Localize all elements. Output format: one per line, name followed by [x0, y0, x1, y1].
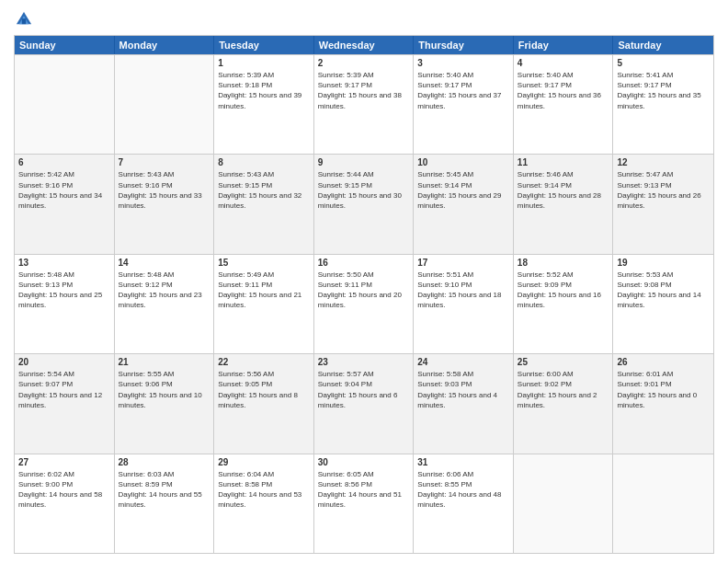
- calendar-cell: [514, 454, 614, 553]
- day-info: Sunrise: 6:01 AMSunset: 9:01 PMDaylight:…: [617, 369, 710, 410]
- calendar-cell: 19Sunrise: 5:53 AMSunset: 9:08 PMDayligh…: [613, 255, 713, 353]
- calendar-cell: 28Sunrise: 6:03 AMSunset: 8:59 PMDayligh…: [115, 454, 215, 553]
- day-number: 12: [617, 157, 710, 167]
- calendar-cell: 27Sunrise: 6:02 AMSunset: 9:00 PMDayligh…: [15, 454, 115, 553]
- day-number: 24: [417, 357, 509, 367]
- day-info: Sunrise: 5:40 AMSunset: 9:17 PMDaylight:…: [417, 70, 509, 111]
- day-number: 13: [18, 258, 110, 268]
- day-number: 27: [18, 457, 110, 467]
- calendar-cell: 5Sunrise: 5:41 AMSunset: 9:17 PMDaylight…: [613, 55, 713, 154]
- calendar-cell: [15, 55, 115, 154]
- day-number: 23: [318, 357, 410, 367]
- calendar-cell: 30Sunrise: 6:05 AMSunset: 8:56 PMDayligh…: [314, 454, 415, 553]
- day-info: Sunrise: 5:54 AMSunset: 9:07 PMDaylight:…: [18, 369, 110, 410]
- calendar-cell: 25Sunrise: 6:00 AMSunset: 9:02 PMDayligh…: [514, 354, 614, 453]
- day-number: 1: [218, 58, 310, 68]
- calendar-week: 27Sunrise: 6:02 AMSunset: 9:00 PMDayligh…: [15, 454, 713, 553]
- calendar-week: 13Sunrise: 5:48 AMSunset: 9:13 PMDayligh…: [15, 254, 713, 353]
- day-number: 15: [218, 258, 310, 268]
- logo: [14, 9, 38, 29]
- day-info: Sunrise: 6:05 AMSunset: 8:56 PMDaylight:…: [318, 469, 410, 511]
- weekday-header: Tuesday: [214, 36, 314, 54]
- day-number: 20: [18, 357, 110, 367]
- day-info: Sunrise: 5:48 AMSunset: 9:13 PMDaylight:…: [18, 270, 110, 311]
- day-number: 9: [318, 157, 410, 167]
- header: [14, 9, 714, 29]
- calendar-cell: 11Sunrise: 5:46 AMSunset: 9:14 PMDayligh…: [514, 155, 614, 253]
- day-number: 21: [119, 357, 210, 367]
- day-number: 8: [218, 157, 310, 167]
- calendar-cell: 15Sunrise: 5:49 AMSunset: 9:11 PMDayligh…: [214, 255, 314, 353]
- day-number: 29: [218, 457, 310, 467]
- calendar: SundayMondayTuesdayWednesdayThursdayFrid…: [14, 35, 714, 554]
- day-info: Sunrise: 5:48 AMSunset: 9:12 PMDaylight:…: [119, 270, 210, 311]
- day-info: Sunrise: 5:46 AMSunset: 9:14 PMDaylight:…: [518, 169, 609, 211]
- calendar-cell: 23Sunrise: 5:57 AMSunset: 9:04 PMDayligh…: [314, 354, 415, 453]
- day-info: Sunrise: 5:42 AMSunset: 9:16 PMDaylight:…: [18, 169, 110, 211]
- calendar-week: 6Sunrise: 5:42 AMSunset: 9:16 PMDaylight…: [15, 154, 713, 253]
- calendar-cell: 31Sunrise: 6:06 AMSunset: 8:55 PMDayligh…: [414, 454, 514, 553]
- calendar-cell: 22Sunrise: 5:56 AMSunset: 9:05 PMDayligh…: [214, 354, 314, 453]
- day-number: 19: [617, 258, 710, 268]
- day-info: Sunrise: 5:39 AMSunset: 9:17 PMDaylight:…: [318, 70, 410, 111]
- day-info: Sunrise: 5:45 AMSunset: 9:14 PMDaylight:…: [417, 169, 509, 211]
- day-number: 25: [518, 357, 609, 367]
- day-number: 14: [119, 258, 210, 268]
- day-info: Sunrise: 5:43 AMSunset: 9:15 PMDaylight:…: [218, 169, 310, 211]
- calendar-cell: [613, 454, 713, 553]
- day-number: 4: [518, 58, 609, 68]
- weekday-header: Thursday: [414, 36, 514, 54]
- day-number: 18: [518, 258, 609, 268]
- day-number: 31: [417, 457, 509, 467]
- calendar-week: 1Sunrise: 5:39 AMSunset: 9:18 PMDaylight…: [15, 54, 713, 154]
- day-info: Sunrise: 6:00 AMSunset: 9:02 PMDaylight:…: [518, 369, 609, 410]
- calendar-cell: 26Sunrise: 6:01 AMSunset: 9:01 PMDayligh…: [613, 354, 713, 453]
- day-info: Sunrise: 5:39 AMSunset: 9:18 PMDaylight:…: [218, 70, 310, 111]
- calendar-cell: 4Sunrise: 5:40 AMSunset: 9:17 PMDaylight…: [514, 55, 614, 154]
- weekday-header: Wednesday: [314, 36, 415, 54]
- day-number: 3: [417, 58, 509, 68]
- calendar-header: SundayMondayTuesdayWednesdayThursdayFrid…: [15, 36, 713, 54]
- day-info: Sunrise: 6:04 AMSunset: 8:58 PMDaylight:…: [218, 469, 310, 511]
- day-info: Sunrise: 5:55 AMSunset: 9:06 PMDaylight:…: [119, 369, 210, 410]
- calendar-cell: 17Sunrise: 5:51 AMSunset: 9:10 PMDayligh…: [414, 255, 514, 353]
- day-info: Sunrise: 5:50 AMSunset: 9:11 PMDaylight:…: [318, 270, 410, 311]
- day-info: Sunrise: 5:43 AMSunset: 9:16 PMDaylight:…: [119, 169, 210, 211]
- day-info: Sunrise: 5:40 AMSunset: 9:17 PMDaylight:…: [518, 70, 609, 111]
- day-number: 10: [417, 157, 509, 167]
- weekday-header: Monday: [115, 36, 215, 54]
- calendar-cell: 14Sunrise: 5:48 AMSunset: 9:12 PMDayligh…: [115, 255, 215, 353]
- day-number: 28: [119, 457, 210, 467]
- day-info: Sunrise: 5:41 AMSunset: 9:17 PMDaylight:…: [617, 70, 710, 111]
- page: SundayMondayTuesdayWednesdayThursdayFrid…: [0, 0, 728, 563]
- day-info: Sunrise: 6:06 AMSunset: 8:55 PMDaylight:…: [417, 469, 509, 511]
- day-info: Sunrise: 5:53 AMSunset: 9:08 PMDaylight:…: [617, 270, 710, 311]
- calendar-cell: 21Sunrise: 5:55 AMSunset: 9:06 PMDayligh…: [115, 354, 215, 453]
- day-info: Sunrise: 6:03 AMSunset: 8:59 PMDaylight:…: [119, 469, 210, 511]
- calendar-cell: 9Sunrise: 5:44 AMSunset: 9:15 PMDaylight…: [314, 155, 415, 253]
- calendar-cell: 6Sunrise: 5:42 AMSunset: 9:16 PMDaylight…: [15, 155, 115, 253]
- day-number: 6: [18, 157, 110, 167]
- day-number: 7: [119, 157, 210, 167]
- day-info: Sunrise: 5:47 AMSunset: 9:13 PMDaylight:…: [617, 169, 710, 211]
- day-info: Sunrise: 5:49 AMSunset: 9:11 PMDaylight:…: [218, 270, 310, 311]
- day-info: Sunrise: 5:58 AMSunset: 9:03 PMDaylight:…: [417, 369, 509, 410]
- day-info: Sunrise: 5:52 AMSunset: 9:09 PMDaylight:…: [518, 270, 609, 311]
- day-number: 17: [417, 258, 509, 268]
- calendar-cell: 2Sunrise: 5:39 AMSunset: 9:17 PMDaylight…: [314, 55, 415, 154]
- calendar-cell: 10Sunrise: 5:45 AMSunset: 9:14 PMDayligh…: [414, 155, 514, 253]
- calendar-cell: 1Sunrise: 5:39 AMSunset: 9:18 PMDaylight…: [214, 55, 314, 154]
- calendar-cell: 3Sunrise: 5:40 AMSunset: 9:17 PMDaylight…: [414, 55, 514, 154]
- calendar-cell: 7Sunrise: 5:43 AMSunset: 9:16 PMDaylight…: [115, 155, 215, 253]
- calendar-cell: 24Sunrise: 5:58 AMSunset: 9:03 PMDayligh…: [414, 354, 514, 453]
- day-number: 16: [318, 258, 410, 268]
- day-info: Sunrise: 5:51 AMSunset: 9:10 PMDaylight:…: [417, 270, 509, 311]
- day-number: 30: [318, 457, 410, 467]
- calendar-week: 20Sunrise: 5:54 AMSunset: 9:07 PMDayligh…: [15, 353, 713, 453]
- day-number: 22: [218, 357, 310, 367]
- logo-icon: [14, 9, 34, 29]
- weekday-header: Sunday: [15, 36, 115, 54]
- calendar-cell: 29Sunrise: 6:04 AMSunset: 8:58 PMDayligh…: [214, 454, 314, 553]
- calendar-cell: 12Sunrise: 5:47 AMSunset: 9:13 PMDayligh…: [613, 155, 713, 253]
- weekday-header: Friday: [514, 36, 614, 54]
